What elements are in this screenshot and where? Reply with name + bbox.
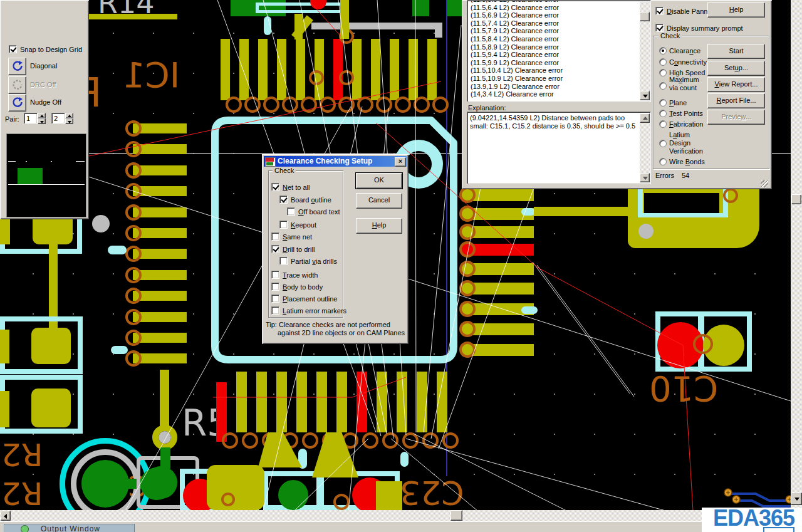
cancel-button[interactable]: Cancel [356, 193, 402, 209]
dialog-checkbox-label: Board outline [291, 196, 331, 204]
dialog-checkbox-trace-width[interactable] [271, 271, 279, 279]
setup--button[interactable]: Setup... [707, 61, 765, 76]
pair1-value: 1 [26, 115, 30, 122]
h-scroll-left-button[interactable] [1, 511, 11, 521]
pair2-value: 2 [54, 115, 58, 122]
dialog-checkbox-label: Off board text [298, 208, 340, 216]
vertical-scrollbar[interactable] [791, 0, 802, 510]
dialog-tip-line1: Tip: Clearance checks are not performed [266, 321, 390, 328]
rotate-arrows-icon-disabled [11, 79, 24, 90]
view-report--button[interactable]: View Report... [707, 77, 765, 92]
pair-label: Pair: [5, 115, 19, 123]
v-scroll-down-button[interactable] [791, 493, 802, 505]
preview--button[interactable]: Preview... [707, 110, 765, 125]
watermark-box-outline [763, 527, 794, 532]
nudge-off-button[interactable] [8, 94, 26, 112]
dialog-checkbox-label: Partial via drills [291, 258, 337, 265]
dialog-checkbox-label: Keepout [291, 221, 316, 229]
status-bar: Output Window [0, 521, 802, 532]
layer-preview-box [6, 133, 86, 217]
help-button[interactable]: Help [356, 218, 402, 234]
dialog-tip-line2: against 2D line objects or on CAM Planes [278, 329, 405, 336]
dialog-checkbox-drill-to-drill[interactable] [271, 245, 279, 253]
pads-layout-screen: R14 IC1 R R5 C14 C23 C10 R2 R2 [0, 0, 802, 532]
output-window-icon [21, 525, 29, 532]
snap-to-grid-label: Snap to Design Grid [20, 46, 82, 53]
dialog-checkbox-body-to-body[interactable] [271, 283, 279, 291]
pair2-field[interactable]: 2 [51, 113, 65, 124]
rotate-arrows-icon [11, 96, 24, 108]
h-scroll-thumb[interactable] [450, 510, 462, 521]
dialog-checkbox-label: Net to all [283, 184, 310, 191]
pair1-field[interactable]: 1 [24, 113, 38, 124]
pair1-spinner[interactable] [38, 113, 46, 124]
clearance-checking-setup-dialog: Clearance Checking Setup × Check Net to … [262, 154, 409, 344]
start-button[interactable]: Start [707, 44, 765, 59]
dialog-checkbox-net-to-all[interactable] [271, 183, 279, 191]
output-window-label: Output Window [41, 524, 100, 532]
output-window-button[interactable]: Output Window [4, 524, 135, 532]
dialog-checkbox-keepout[interactable] [279, 221, 288, 229]
dialog-checkbox-latium-error-markers[interactable] [271, 306, 279, 315]
dialog-checkbox-label: Body to body [283, 283, 323, 291]
v-scroll-thumb[interactable] [791, 194, 801, 204]
dialog-checkbox-label: Drill to drill [283, 246, 315, 253]
snap-to-grid-checkbox[interactable] [9, 45, 17, 53]
rotate-arrows-icon [11, 60, 24, 71]
report-file--button[interactable]: Report File... [707, 93, 765, 108]
ok-button[interactable]: OK [356, 173, 402, 189]
errors-count: 54 [682, 172, 689, 179]
dialog-checkbox-partial-via-drills[interactable] [279, 257, 288, 265]
diagonal-button[interactable] [8, 58, 26, 75]
dialog-checkbox-board-outline[interactable] [279, 196, 288, 204]
dialog-checkbox-off-board-text[interactable] [287, 207, 295, 216]
horizontal-scrollbar[interactable] [0, 510, 802, 521]
dialog-checkbox-label: Same net [283, 233, 312, 241]
diagonal-label: Diagonal [30, 62, 57, 70]
dialog-checkbox-label: Trace width [283, 271, 318, 279]
panel-resize-grip[interactable] [761, 180, 768, 187]
pair2-spinner[interactable] [65, 113, 73, 124]
dialog-checkbox-label: Placement outline [283, 295, 337, 303]
errors-label: Errors [655, 172, 674, 179]
dialog-checkbox-placement-outline[interactable] [271, 295, 279, 303]
dialog-checkbox-same-net[interactable] [271, 232, 279, 241]
drc-off-label: DRC Off [30, 81, 56, 88]
dialog-checkbox-label: Latium error markers [283, 307, 346, 315]
nudge-off-label: Nudge Off [30, 98, 61, 106]
verify-design-panel: (11.5,5.9 L2) Clearance error(11.5,6.4 L… [462, 0, 772, 189]
modeless-options-panel: Snap to Design Grid Diagonal DRC Off Nud… [0, 0, 89, 219]
drc-off-button[interactable] [8, 76, 26, 94]
preview-selection-rect [18, 168, 43, 184]
